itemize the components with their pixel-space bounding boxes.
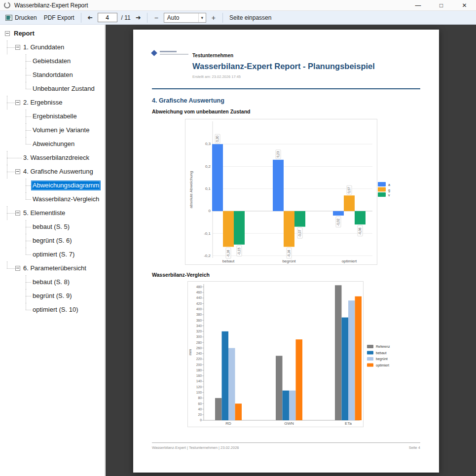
- footer-rule: [152, 442, 420, 443]
- svg-text:0,23: 0,23: [276, 151, 280, 157]
- svg-text:v: v: [388, 193, 390, 197]
- fit-page-button[interactable]: Seite einpassen: [226, 13, 275, 23]
- tree-item-label[interactable]: 3. Wasserbilanzdreieck: [22, 153, 91, 163]
- tree-item-3-wasserbilanzdreieck: 3. Wasserbilanzdreieck: [0, 151, 105, 165]
- tree-item-label[interactable]: 1. Grunddaten: [22, 42, 66, 52]
- report-tree-panel: Report1. GrunddatenGebietsdatenStandortd…: [0, 25, 105, 476]
- svg-text:320: 320: [196, 330, 202, 333]
- svg-text:260: 260: [196, 346, 202, 350]
- maximize-button[interactable]: □: [430, 0, 453, 10]
- tree-item-label[interactable]: Abweichungsdiagramm: [31, 181, 101, 190]
- toolbar-separator: [81, 13, 81, 23]
- print-button[interactable]: Drucken: [2, 13, 40, 23]
- svg-text:160: 160: [196, 374, 202, 377]
- svg-text:200: 200: [196, 363, 202, 366]
- svg-text:0: 0: [200, 418, 202, 422]
- chevron-down-icon[interactable]: ▾: [198, 13, 206, 22]
- tree-item-optimiert-s-7: optimiert (S. 7): [0, 248, 105, 261]
- tree-item-label[interactable]: Abweichungen: [31, 139, 76, 149]
- tree-item-label[interactable]: Report: [12, 29, 36, 38]
- next-page-icon[interactable]: ➜: [133, 14, 144, 21]
- chart2-title: Wasserbilanz-Vergleich: [152, 272, 210, 278]
- tree-item-label[interactable]: 5. Elementliste: [22, 208, 67, 218]
- tree-item-label[interactable]: optimiert (S. 10): [31, 305, 79, 315]
- svg-text:optimiert: optimiert: [342, 259, 357, 263]
- tree-item-label[interactable]: Standortdaten: [31, 70, 74, 80]
- tree-item-label[interactable]: Gebietsdaten: [31, 56, 72, 66]
- tree-item-label[interactable]: optimiert (S. 7): [31, 250, 76, 259]
- collapse-expander-icon[interactable]: [15, 266, 20, 271]
- tree-item-label[interactable]: begrünt (S. 6): [31, 236, 73, 246]
- svg-text:0,2: 0,2: [205, 164, 211, 169]
- svg-text:440: 440: [196, 296, 202, 299]
- window-controls: — □ ✕: [406, 0, 476, 10]
- tree-item-label[interactable]: Unbebaunter Zustand: [31, 84, 96, 94]
- svg-text:absolute Abweichung: absolute Abweichung: [189, 171, 193, 209]
- pdf-export-button[interactable]: PDF Export: [40, 13, 78, 23]
- chart1-title: Abweichung vom unbebaunten Zustand: [152, 109, 251, 114]
- tree-item-label[interactable]: 4. Grafische Auswertung: [22, 167, 95, 177]
- svg-text:40: 40: [198, 407, 202, 411]
- svg-text:mm: mm: [188, 349, 192, 356]
- page-number-input[interactable]: [98, 13, 117, 22]
- tree-item-label[interactable]: 6. Parameterübersicht: [22, 263, 88, 273]
- svg-text:100: 100: [196, 391, 202, 394]
- report-tree: Report1. GrunddatenGebietsdatenStandortd…: [0, 25, 105, 317]
- tree-item-label[interactable]: Ergebnistabelle: [31, 111, 78, 121]
- page-footer: Wasserbilanz-Expert | Testunternehmen | …: [152, 445, 420, 450]
- svg-text:360: 360: [196, 319, 202, 322]
- tree-item-label[interactable]: bebaut (S. 5): [31, 222, 71, 232]
- toolbar: Drucken PDF Export ➜ / 11 ➜ − Auto ▾ + S…: [0, 11, 476, 25]
- svg-text:400: 400: [196, 307, 202, 311]
- svg-text:0,07: 0,07: [347, 187, 351, 193]
- collapse-expander-icon[interactable]: [15, 211, 20, 216]
- svg-text:340: 340: [196, 324, 202, 328]
- report-title: Wasserbilanz-Expert Report - Planungsbei…: [192, 62, 375, 71]
- abweichung-chart: 0,30,20,10-0,1-0,20,30-0,16-0,15bebaut0,…: [185, 119, 397, 265]
- company-name: Testunternehmen: [192, 53, 233, 58]
- collapse-expander-icon[interactable]: [15, 45, 20, 50]
- svg-text:optimiert: optimiert: [376, 364, 389, 367]
- zoom-in-button[interactable]: +: [208, 14, 220, 22]
- collapse-expander-icon[interactable]: [15, 169, 20, 174]
- svg-text:bebaut: bebaut: [222, 259, 235, 263]
- svg-text:Referenz: Referenz: [376, 345, 390, 348]
- svg-text:60: 60: [198, 402, 202, 405]
- tree-item-6-parameterübersicht: 6. Parameterübersicht: [0, 261, 105, 275]
- svg-text:g: g: [388, 188, 390, 192]
- tree-item-label[interactable]: Wasserbilanz-Vergleich: [31, 194, 101, 204]
- svg-text:-0,07: -0,07: [298, 229, 301, 237]
- svg-text:-0,06: -0,06: [358, 227, 362, 235]
- toolbar-separator: [147, 13, 147, 23]
- close-button[interactable]: ✕: [453, 0, 476, 10]
- tree-item-label[interactable]: Volumen je Variante: [31, 125, 91, 135]
- tree-item-optimiert-s-10: optimiert (S. 10): [0, 303, 105, 317]
- svg-text:begrünt: begrünt: [282, 259, 296, 263]
- tree-item-label[interactable]: 2. Ergebnisse: [22, 98, 64, 108]
- svg-text:220: 220: [196, 357, 202, 361]
- svg-text:0: 0: [209, 209, 211, 213]
- zoom-out-button[interactable]: −: [150, 14, 162, 22]
- tree-item-begrünt-s-6: begrünt (S. 6): [0, 234, 105, 248]
- tree-item-label[interactable]: begrünt (S. 9): [31, 291, 73, 301]
- svg-text:-0,16: -0,16: [226, 250, 230, 257]
- tree-item-label[interactable]: bebaut (S. 8): [31, 277, 71, 287]
- svg-text:120: 120: [196, 385, 202, 389]
- zoom-level-select[interactable]: Auto ▾: [164, 13, 206, 23]
- svg-text:20: 20: [198, 413, 202, 416]
- app-title: Wasserbilanz-Expert Report: [14, 2, 88, 9]
- section-heading: 4. Grafische Auswertung: [152, 97, 224, 104]
- previous-page-icon[interactable]: ➜: [84, 14, 96, 21]
- minimize-button[interactable]: —: [406, 0, 430, 10]
- svg-text:240: 240: [196, 352, 202, 355]
- collapse-expander-icon[interactable]: [15, 100, 20, 105]
- title-bar: Wasserbilanz-Expert Report — □ ✕: [0, 0, 476, 11]
- tree-item-1-grunddaten: 1. Grunddaten: [0, 40, 105, 54]
- app-window: Wasserbilanz-Expert Report — □ ✕ Drucken…: [0, 0, 476, 476]
- svg-text:a: a: [388, 183, 390, 186]
- tree-item-abweichungsdiagramm: Abweichungsdiagramm: [0, 179, 105, 192]
- collapse-expander-icon[interactable]: [5, 31, 10, 36]
- tree-item-4-grafische-auswertung: 4. Grafische Auswertung: [0, 165, 105, 179]
- svg-text:ETa: ETa: [345, 421, 352, 426]
- tree-item-abweichungen: Abweichungen: [0, 137, 105, 151]
